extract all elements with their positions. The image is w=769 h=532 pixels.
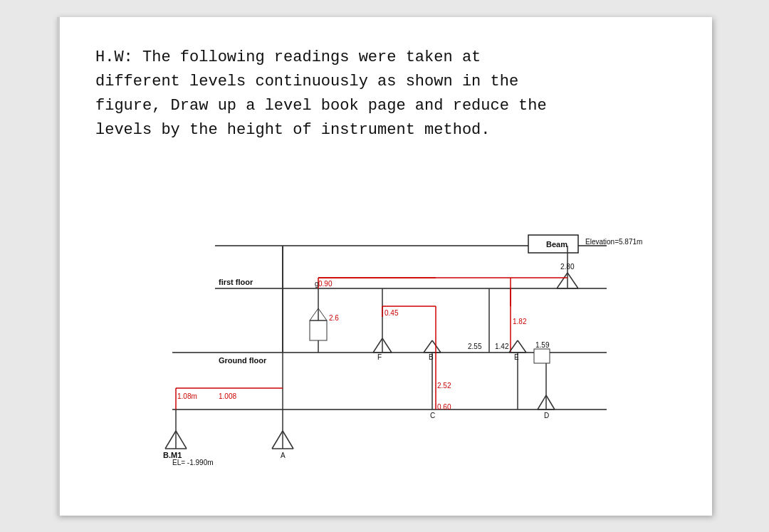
svg-line-20	[318, 308, 327, 320]
reading-26: 2.6	[329, 314, 339, 322]
svg-line-44	[546, 395, 555, 410]
reading-045: 0.45	[384, 309, 399, 317]
reading-280: 2.80	[560, 263, 575, 271]
svg-rect-49	[534, 349, 550, 363]
svg-line-48	[567, 273, 578, 288]
reading-252: 2.52	[437, 382, 451, 390]
svg-text:g: g	[315, 280, 319, 288]
svg-line-19	[310, 308, 318, 320]
reading-108m: 1.08m	[177, 392, 197, 400]
diagram-container: .black-line { stroke: #222; stroke-width…	[108, 164, 664, 470]
heading-text: H.W: The following readings were taken a…	[95, 46, 676, 142]
ground-floor-label: Ground floor	[219, 356, 267, 365]
point-c-label: C	[430, 412, 435, 419]
point-e-label: E	[514, 353, 519, 361]
svg-line-14	[283, 431, 293, 449]
svg-line-27	[382, 338, 392, 353]
svg-line-32	[424, 340, 432, 353]
svg-line-13	[272, 431, 283, 449]
reading-159: 1.59	[535, 341, 550, 349]
reading-255: 2.55	[468, 343, 482, 350]
svg-line-7	[165, 431, 176, 449]
point-a-label: A	[281, 452, 286, 459]
svg-line-8	[176, 431, 187, 449]
svg-rect-17	[310, 320, 327, 340]
el-label: EL= -1.990m	[172, 459, 214, 466]
svg-line-26	[373, 338, 382, 353]
first-floor-label: first floor	[219, 278, 253, 286]
point-d-label: D	[544, 412, 549, 419]
point-b-label: B	[429, 353, 434, 361]
elevation-label: Elevation=5.871m	[585, 238, 642, 246]
diagram-svg: .black-line { stroke: #222; stroke-width…	[108, 164, 664, 470]
reading-1008: 1.008	[219, 392, 236, 400]
beam-label: Beam	[546, 240, 567, 249]
reading-142: 1.42	[495, 343, 509, 350]
svg-line-47	[557, 273, 567, 288]
svg-line-40	[518, 340, 526, 353]
reading-182: 1.82	[513, 318, 527, 325]
svg-line-43	[538, 395, 546, 410]
svg-line-33	[432, 340, 441, 353]
reading-090: 0.90	[318, 280, 333, 288]
point-f-label: F	[377, 353, 382, 361]
reading-060: 0.60	[437, 403, 451, 411]
document-page: H.W: The following readings were taken a…	[57, 17, 712, 516]
